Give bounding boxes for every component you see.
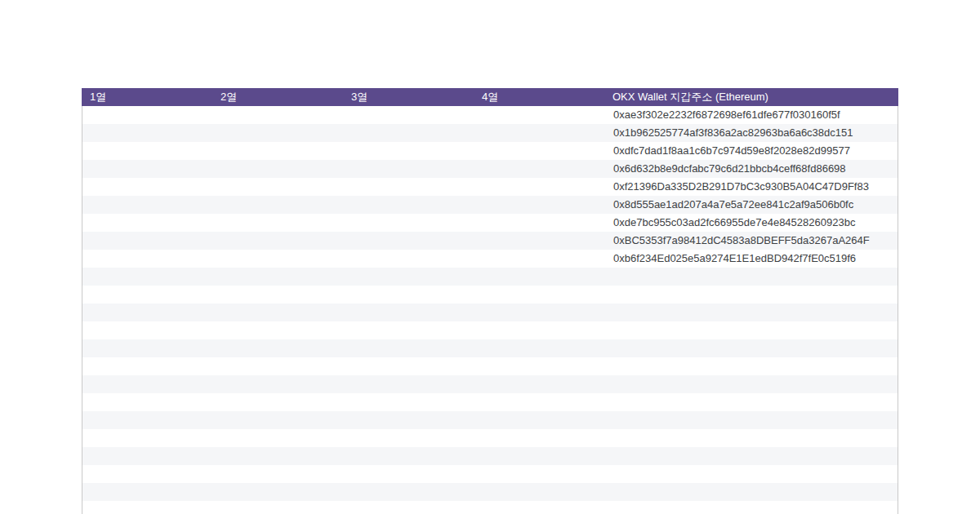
cell-col3 — [344, 124, 474, 142]
cell-col4 — [474, 501, 605, 514]
cell-col3 — [344, 178, 474, 196]
cell-col1 — [82, 286, 213, 304]
table-row — [82, 465, 898, 483]
cell-col3 — [344, 250, 474, 268]
cell-col3 — [344, 196, 474, 214]
cell-col4 — [474, 357, 605, 375]
cell-col2 — [213, 429, 344, 447]
cell-col3 — [344, 268, 474, 286]
cell-col4 — [474, 447, 605, 465]
cell-wallet-address[interactable] — [605, 339, 898, 357]
cell-col4 — [474, 106, 605, 124]
cell-col4 — [474, 178, 605, 196]
cell-col2 — [213, 483, 344, 501]
table-row — [82, 339, 898, 357]
cell-col2 — [213, 268, 344, 286]
cell-col2 — [213, 447, 344, 465]
cell-col3 — [344, 106, 474, 124]
cell-col1 — [82, 429, 213, 447]
cell-wallet-address[interactable]: 0xBC5353f7a98412dC4583a8DBEFF5da3267aA26… — [605, 232, 898, 250]
table-row: 0xBC5353f7a98412dC4583a8DBEFF5da3267aA26… — [82, 232, 898, 250]
cell-col4 — [474, 321, 605, 339]
cell-wallet-address[interactable]: 0xae3f302e2232f6872698ef61dfe677f030160f… — [605, 106, 898, 124]
table-row: 0x6d632b8e9dcfabc79c6d21bbcb4ceff68fd866… — [82, 160, 898, 178]
cell-col1 — [82, 250, 213, 268]
cell-col3 — [344, 375, 474, 393]
cell-col2 — [213, 178, 344, 196]
cell-col1 — [82, 196, 213, 214]
cell-col2 — [213, 501, 344, 514]
cell-wallet-address[interactable] — [605, 286, 898, 304]
table-row: 0xde7bc955c03ad2fc66955de7e4e84528260923… — [82, 214, 898, 232]
cell-col4 — [474, 196, 605, 214]
cell-col1 — [82, 142, 213, 160]
cell-wallet-address[interactable]: 0x6d632b8e9dcfabc79c6d21bbcb4ceff68fd866… — [605, 160, 898, 178]
table-row: 0xdfc7dad1f8aa1c6b7c974d59e8f2028e82d995… — [82, 142, 898, 160]
cell-col1 — [82, 268, 213, 286]
cell-col2 — [213, 393, 344, 411]
cell-col4 — [474, 339, 605, 357]
table-row: 0x8d555ae1ad207a4a7e5a72ee841c2af9a506b0… — [82, 196, 898, 214]
cell-col1 — [82, 178, 213, 196]
table-row — [82, 483, 898, 501]
cell-wallet-address[interactable]: 0x8d555ae1ad207a4a7e5a72ee841c2af9a506b0… — [605, 196, 898, 214]
cell-col1 — [82, 124, 213, 142]
table-row — [82, 357, 898, 375]
cell-col3 — [344, 160, 474, 178]
cell-col4 — [474, 160, 605, 178]
column-header-okx-wallet-address: OKX Wallet 지갑주소 (Ethereum) — [604, 88, 898, 106]
cell-col1 — [82, 304, 213, 321]
cell-wallet-address[interactable] — [605, 447, 898, 465]
cell-col1 — [82, 160, 213, 178]
cell-wallet-address[interactable]: 0xdfc7dad1f8aa1c6b7c974d59e8f2028e82d995… — [605, 142, 898, 160]
cell-col1 — [82, 106, 213, 124]
table-row: 0x1b962525774af3f836a2ac82963ba6a6c38dc1… — [82, 124, 898, 142]
cell-wallet-address[interactable] — [605, 357, 898, 375]
cell-wallet-address[interactable] — [605, 393, 898, 411]
cell-col2 — [213, 142, 344, 160]
cell-col1 — [82, 465, 213, 483]
cell-col4 — [474, 142, 605, 160]
spreadsheet-table: 1열 2열 3열 4열 OKX Wallet 지갑주소 (Ethereum) 0… — [82, 88, 898, 514]
cell-wallet-address[interactable]: 0xf21396Da335D2B291D7bC3c930B5A04C47D9Ff… — [605, 178, 898, 196]
cell-col2 — [213, 465, 344, 483]
cell-col3 — [344, 232, 474, 250]
cell-wallet-address[interactable] — [605, 465, 898, 483]
cell-wallet-address[interactable] — [605, 411, 898, 429]
cell-col1 — [82, 375, 213, 393]
cell-wallet-address[interactable] — [605, 483, 898, 501]
cell-col1 — [82, 357, 213, 375]
cell-col3 — [344, 286, 474, 304]
cell-col4 — [474, 214, 605, 232]
table-row — [82, 411, 898, 429]
cell-col4 — [474, 465, 605, 483]
cell-col2 — [213, 411, 344, 429]
cell-col2 — [213, 321, 344, 339]
cell-col2 — [213, 196, 344, 214]
table-body: 0xae3f302e2232f6872698ef61dfe677f030160f… — [82, 106, 898, 514]
cell-wallet-address[interactable] — [605, 321, 898, 339]
cell-col2 — [213, 232, 344, 250]
cell-wallet-address[interactable]: 0xde7bc955c03ad2fc66955de7e4e84528260923… — [605, 214, 898, 232]
cell-wallet-address[interactable] — [605, 375, 898, 393]
cell-wallet-address[interactable] — [605, 429, 898, 447]
page-background: 1열 2열 3열 4열 OKX Wallet 지갑주소 (Ethereum) 0… — [0, 0, 980, 514]
cell-col4 — [474, 268, 605, 286]
cell-wallet-address[interactable] — [605, 268, 898, 286]
column-header-2: 2열 — [212, 88, 343, 106]
cell-wallet-address[interactable]: 0x1b962525774af3f836a2ac82963ba6a6c38dc1… — [605, 124, 898, 142]
table-row — [82, 268, 898, 286]
cell-col3 — [344, 447, 474, 465]
cell-col3 — [344, 214, 474, 232]
cell-wallet-address[interactable] — [605, 501, 898, 514]
cell-wallet-address[interactable] — [605, 304, 898, 321]
cell-col1 — [82, 214, 213, 232]
cell-col3 — [344, 339, 474, 357]
column-header-3: 3열 — [343, 88, 474, 106]
cell-col1 — [82, 321, 213, 339]
cell-col4 — [474, 411, 605, 429]
table-row — [82, 447, 898, 465]
cell-col3 — [344, 142, 474, 160]
cell-wallet-address[interactable]: 0xb6f234Ed025e5a9274E1E1edBD942f7fE0c519… — [605, 250, 898, 268]
cell-col4 — [474, 393, 605, 411]
